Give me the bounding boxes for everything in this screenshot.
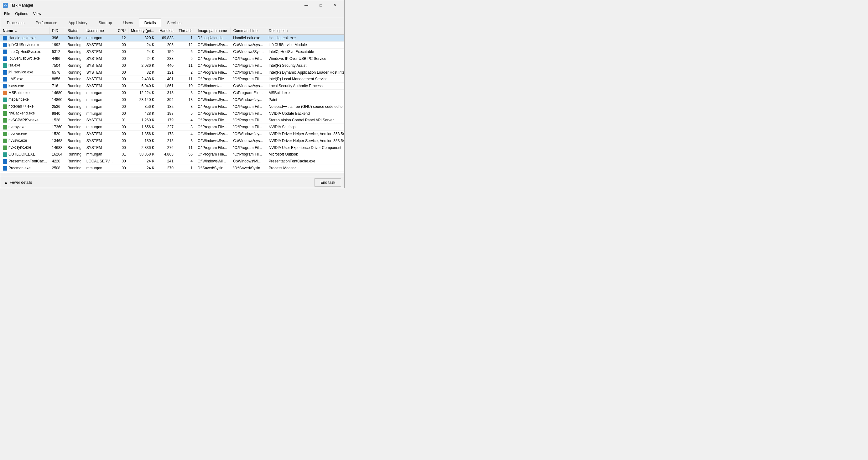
process-icon bbox=[3, 97, 7, 102]
end-task-button[interactable]: End task bbox=[314, 178, 341, 186]
process-icon bbox=[3, 50, 7, 54]
cell-username: SYSTEM bbox=[84, 131, 115, 137]
cell-status: Running bbox=[65, 34, 84, 41]
cell-description: Microsoft Outlook bbox=[266, 151, 345, 158]
tab-performance[interactable]: Performance bbox=[30, 19, 63, 27]
cell-description: IntelCpHeciSvc Executable bbox=[266, 48, 345, 55]
cell-description: MSBuild.exe bbox=[266, 89, 345, 96]
col-cmdline[interactable]: Command line bbox=[230, 27, 266, 34]
table-row[interactable]: nvtray.exe17360Runningmmurgan001,656 K22… bbox=[0, 123, 345, 131]
cell-username: mmurgan bbox=[84, 89, 115, 96]
cell-memory: 38,368 K bbox=[128, 151, 157, 158]
maximize-button[interactable]: □ bbox=[314, 0, 328, 10]
fewer-details-button[interactable]: ▲ Fewer details bbox=[4, 180, 32, 185]
table-row[interactable]: nvvsvc.exe13468RunningSYSTEM00180 K2153C… bbox=[0, 137, 345, 144]
table-row[interactable]: isa.exe7504RunningSYSTEM002,036 K44011C:… bbox=[0, 62, 345, 69]
cell-handles: 4,863 bbox=[157, 151, 176, 158]
cell-handles: 276 bbox=[157, 144, 176, 151]
cell-description: Process Monitor bbox=[266, 165, 345, 172]
cell-cpu: 00 bbox=[115, 83, 128, 89]
cell-status: Running bbox=[65, 69, 84, 76]
table-row[interactable]: OUTLOOK.EXE16264Runningmmurgan0138,368 K… bbox=[0, 151, 345, 158]
cell-cmdline: "C:\Users\mmur... bbox=[230, 172, 266, 173]
cell-cmdline: C:\Windows\Sys... bbox=[230, 48, 266, 55]
table-row[interactable]: igfxCUIService.exe1992RunningSYSTEM0024 … bbox=[0, 41, 345, 48]
tab-details[interactable]: Details bbox=[139, 19, 161, 27]
table-row[interactable]: NvBackend.exe9840Runningmmurgan00428 K19… bbox=[0, 110, 345, 117]
cell-name: nvvsvc.exe bbox=[0, 137, 50, 144]
cell-cpu: 00 bbox=[115, 131, 128, 137]
cell-cpu: 01 bbox=[115, 117, 128, 123]
cell-pid: 2508 bbox=[50, 165, 65, 172]
table-row[interactable]: LMS.exe8856RunningSYSTEM002,488 K40111C:… bbox=[0, 76, 345, 83]
process-icon bbox=[3, 152, 7, 157]
col-description[interactable]: Description bbox=[266, 27, 345, 34]
table-row[interactable]: nvvsvc.exe1520RunningSYSTEM001,356 K1784… bbox=[0, 131, 345, 137]
col-name[interactable]: Name ▲ bbox=[0, 27, 50, 34]
col-handles[interactable]: Handles bbox=[157, 27, 176, 34]
close-button[interactable]: ✕ bbox=[328, 0, 342, 10]
cell-status: Running bbox=[65, 137, 84, 144]
cell-pid: 6576 bbox=[50, 69, 65, 76]
col-cpu[interactable]: CPU bbox=[115, 27, 128, 34]
table-row[interactable]: notepad++.exe2536Runningmmurgan00856 K18… bbox=[0, 103, 345, 110]
cell-memory: 24 K bbox=[128, 165, 157, 172]
minimize-button[interactable]: — bbox=[299, 0, 314, 10]
cell-description: Intel(R) Dynamic Application Loader Host… bbox=[266, 69, 345, 76]
table-row[interactable]: nvxdsync.exe14688RunningSYSTEM002,836 K2… bbox=[0, 144, 345, 151]
table-row[interactable]: jhi_service.exe6576RunningSYSTEM0032 K12… bbox=[0, 69, 345, 76]
table-row[interactable]: MSBuild.exe14680Runningmmurgan0012,224 K… bbox=[0, 89, 345, 96]
cell-username: SYSTEM bbox=[84, 41, 115, 48]
tab-users[interactable]: Users bbox=[118, 19, 138, 27]
process-icon bbox=[3, 91, 7, 95]
cell-status: Running bbox=[65, 62, 84, 69]
cell-threads: 4 bbox=[176, 131, 195, 137]
cell-handles: 238 bbox=[157, 55, 176, 62]
process-icon bbox=[3, 43, 7, 47]
col-username[interactable]: Username bbox=[84, 27, 115, 34]
cell-username: mmurgan bbox=[84, 103, 115, 110]
col-threads[interactable]: Threads bbox=[176, 27, 195, 34]
col-imgpath[interactable]: Image path name bbox=[195, 27, 230, 34]
table-row[interactable]: lsass.exe716RunningSYSTEM006,040 K1,8611… bbox=[0, 83, 345, 89]
tab-app-history[interactable]: App history bbox=[63, 19, 93, 27]
col-status[interactable]: Status bbox=[65, 27, 84, 34]
cell-imgpath: C:\Program File... bbox=[195, 62, 230, 69]
cell-cpu: 00 bbox=[115, 165, 128, 172]
tab-services[interactable]: Services bbox=[162, 19, 187, 27]
cell-memory: 856 K bbox=[128, 103, 157, 110]
cell-imgpath: D:\Logs\Handle... bbox=[195, 34, 230, 41]
table-row[interactable]: IpOverUsbSvc.exe4496RunningSYSTEM0024 K2… bbox=[0, 55, 345, 62]
tab-bar: Processes Performance App history Start-… bbox=[0, 17, 345, 27]
process-table-container[interactable]: Name ▲ PID Status Username CPU Memory (p… bbox=[0, 27, 345, 173]
process-table: Name ▲ PID Status Username CPU Memory (p… bbox=[0, 27, 345, 173]
menu-options[interactable]: Options bbox=[12, 11, 30, 17]
table-row[interactable]: Procmon64.exe8516Runningmmurgan0153,252 … bbox=[0, 172, 345, 173]
table-row[interactable]: Procmon.exe2508Runningmmurgan0024 K2701D… bbox=[0, 165, 345, 172]
table-row[interactable]: HandleLeak.exe396Runningmmurgan12320 K69… bbox=[0, 34, 345, 41]
menu-file[interactable]: File bbox=[2, 11, 12, 17]
cell-memory: 6,040 K bbox=[128, 83, 157, 89]
cell-description: Windows IP Over USB PC Service bbox=[266, 55, 345, 62]
process-icon bbox=[3, 125, 7, 130]
table-row[interactable]: PresentationFontCac...4220RunningLOCAL S… bbox=[0, 158, 345, 165]
cell-cmdline: "C:\Program Fil... bbox=[230, 62, 266, 69]
menu-view[interactable]: View bbox=[31, 11, 44, 17]
cell-imgpath: C:\Windows\Sys... bbox=[195, 41, 230, 48]
process-icon bbox=[3, 105, 7, 109]
process-icon bbox=[3, 84, 7, 88]
cell-imgpath: C:\Program File... bbox=[195, 117, 230, 123]
table-row[interactable]: nvSCPAPISvr.exe1528RunningSYSTEM011,260 … bbox=[0, 117, 345, 123]
cell-memory: 23,140 K bbox=[128, 96, 157, 103]
cell-cpu: 00 bbox=[115, 48, 128, 55]
cell-status: Running bbox=[65, 96, 84, 103]
table-row[interactable]: IntelCpHeciSvc.exe5312RunningSYSTEM0024 … bbox=[0, 48, 345, 55]
col-pid[interactable]: PID bbox=[50, 27, 65, 34]
cell-name: IntelCpHeciSvc.exe bbox=[0, 48, 50, 55]
cell-cmdline: "C:\Program Fil... bbox=[230, 151, 266, 158]
col-memory[interactable]: Memory (pri... bbox=[128, 27, 157, 34]
tab-processes[interactable]: Processes bbox=[2, 19, 30, 27]
table-row[interactable]: mspaint.exe14860Runningmmurgan0023,140 K… bbox=[0, 96, 345, 103]
cell-name: mspaint.exe bbox=[0, 96, 50, 103]
tab-startup[interactable]: Start-up bbox=[93, 19, 118, 27]
